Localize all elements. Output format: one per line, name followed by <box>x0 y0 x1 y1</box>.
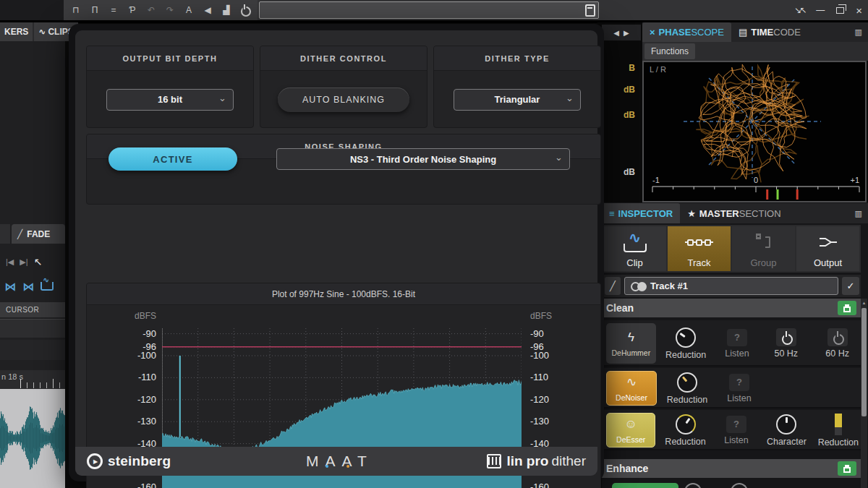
expand-section-icon[interactable] <box>838 461 856 476</box>
tab-timecode[interactable]: ▤ TIMECODE <box>731 22 808 42</box>
svg-text:+1: +1 <box>850 176 859 184</box>
nav-right-icon[interactable]: ▶ <box>624 29 629 37</box>
redo-icon[interactable]: ↷ <box>162 3 178 17</box>
denoiser-module-button[interactable]: ∿ DeNoiser <box>606 371 657 406</box>
meter-label: B <box>629 63 635 73</box>
inspector-scrollbar[interactable]: ▲ <box>861 299 867 488</box>
cursor-arrow-icon[interactable]: ↖ <box>34 256 43 267</box>
tab-phasescope[interactable]: × PHASESCOPE <box>642 22 731 42</box>
toolbar-file-field[interactable] <box>259 1 599 19</box>
back-arrow-icon[interactable]: ◀ <box>200 3 216 17</box>
audio-waveform-thumbnail[interactable] <box>0 389 65 488</box>
listen-ear-icon: ? <box>726 416 746 433</box>
target-clip-button[interactable]: ∿ Clip <box>603 226 666 271</box>
panel-options-icon[interactable]: ▥ <box>855 209 862 218</box>
maat-dot-blue <box>326 465 328 468</box>
target-track-button[interactable]: Track <box>668 226 731 271</box>
tab-fade[interactable]: ╱ FADE <box>12 224 65 244</box>
50hz-label: 50 Hz <box>774 348 798 359</box>
fade-out-marker-icon[interactable]: ⋈ <box>22 280 34 294</box>
enhance-label: Enhance <box>606 463 648 474</box>
deesser-character-knob[interactable]: Character <box>762 414 811 447</box>
dehummer-50hz-toggle[interactable]: 50 Hz <box>762 328 809 359</box>
left-tab-bar: KERS ∿ CLIPS <box>0 22 65 41</box>
dither-light: dither <box>551 453 586 469</box>
reduction-label: Reduction <box>665 437 705 447</box>
dehummer-reduction-knob[interactable]: Reduction <box>660 328 712 360</box>
panel-strip <box>0 340 65 360</box>
auto-blanking-button[interactable]: AUTO BLANKING <box>278 87 409 112</box>
restore-icon[interactable] <box>836 7 844 14</box>
timeline-ruler[interactable]: n 18 s <box>0 370 65 389</box>
phasescope-display[interactable]: -10+1 L / R <box>642 61 867 202</box>
shrink-window-icon[interactable]: ↘↖ <box>794 5 804 15</box>
clip-icon: ∿ <box>622 232 648 252</box>
fade-in-marker-icon[interactable]: ⋈ <box>4 280 16 294</box>
target-output-button[interactable]: Output <box>796 226 859 271</box>
confirm-check-icon[interactable]: ✓ <box>842 277 859 295</box>
tab-stub[interactable] <box>0 224 10 244</box>
panel-options-icon[interactable]: ▥ <box>855 27 862 37</box>
noise-wave-icon: ∿ <box>626 373 637 392</box>
next-marker-icon[interactable]: ▶| <box>20 257 27 267</box>
scrollbar-thumb[interactable] <box>861 308 867 416</box>
dock-bottom-icon[interactable]: Π <box>87 3 103 17</box>
cursor-section-header[interactable]: CURSOR <box>0 302 65 317</box>
document-icon[interactable] <box>585 4 595 17</box>
y-tick-label: -120 <box>87 394 156 405</box>
ruler-major-ticks <box>20 379 65 388</box>
y-tick-label: -110 <box>526 372 595 382</box>
section-header-enhance[interactable]: Enhance <box>602 459 861 478</box>
bit-depth-value: 16 bit <box>158 94 182 105</box>
edit-pencil-icon[interactable]: ╱ <box>605 277 621 295</box>
plugin-body: OUTPUT BIT DEPTH 16 bit ⌄ DITHER CONTROL… <box>75 30 597 475</box>
track-name-field[interactable]: Track #1 <box>624 277 838 295</box>
group-label: Group <box>750 257 776 268</box>
phasescope-label-bold: PHASE <box>659 27 692 38</box>
target-selector: ∿ Clip Track Group Output <box>602 225 861 273</box>
tab-markers-label: KERS <box>4 27 28 37</box>
clip-tray-icon[interactable]: ∿ <box>41 282 54 291</box>
bit-depth-select[interactable]: 16 bit ⌄ <box>106 89 234 111</box>
tab-markers[interactable]: KERS <box>0 22 33 41</box>
lin-pro-dither-plugin-window: OUTPUT BIT DEPTH 16 bit ⌄ DITHER CONTROL… <box>69 24 604 481</box>
deesser-reduction-knob[interactable]: Reduction <box>660 414 710 447</box>
tab-inspector[interactable]: ≡ INSPECTOR <box>602 203 680 223</box>
lin-pro-dither-logo: lin pro dither <box>487 453 586 469</box>
deesser-reduction-meter: Reduction <box>816 414 861 448</box>
denoiser-reduction-knob[interactable]: Reduction <box>661 372 713 405</box>
noise-shaping-mode-select[interactable]: NS3 - Third Order Noise Shaping ⌄ <box>276 148 570 170</box>
equals-icon[interactable]: = <box>106 3 122 17</box>
power-icon[interactable] <box>237 3 252 17</box>
scroll-up-icon[interactable]: ▲ <box>861 299 867 307</box>
meter-label: dB <box>624 110 635 120</box>
tab-master-section[interactable]: ★ MASTERSECTION <box>680 203 788 223</box>
text-tool-icon[interactable]: A <box>181 3 197 17</box>
section-header-clean[interactable]: Clean <box>602 299 861 317</box>
phasescope-icon: × <box>650 27 655 38</box>
svg-text:0: 0 <box>754 176 758 184</box>
expand-section-icon[interactable] <box>838 301 856 315</box>
previous-marker-icon[interactable]: |◀ <box>6 257 14 267</box>
enhance-module-button-partial[interactable] <box>612 483 678 488</box>
scope-nav-buttons[interactable]: ◀ ▶ <box>602 25 641 40</box>
functions-button[interactable]: Functions <box>644 43 695 59</box>
noise-shaping-active-toggle[interactable]: ACTIVE <box>109 147 237 171</box>
playback-options-icon[interactable]: Ƥ <box>124 3 140 17</box>
denoiser-listen-button[interactable]: ? Listen <box>718 374 761 403</box>
undo-icon[interactable]: ↶ <box>143 3 159 17</box>
dehummer-60hz-toggle[interactable]: 60 Hz <box>814 328 861 359</box>
deesser-module-button[interactable]: ☺ DeEsser <box>606 413 655 448</box>
dehummer-listen-button[interactable]: ? Listen <box>715 329 758 359</box>
minimize-icon[interactable]: — <box>816 5 825 15</box>
target-group-button[interactable]: Group <box>732 226 795 271</box>
level-bars-icon[interactable]: ▟ <box>218 3 234 17</box>
deesser-label: DeEsser <box>616 435 645 446</box>
close-icon[interactable]: × <box>856 4 862 17</box>
dehummer-module-button[interactable]: ϟ DeHummer <box>606 323 656 364</box>
deesser-listen-button[interactable]: ? Listen <box>715 416 758 445</box>
dock-top-icon[interactable]: ⊓ <box>68 3 84 17</box>
plot-title: Plot of 997Hz Sine - 100dBFS. 16-Bit <box>87 283 600 305</box>
dither-type-select[interactable]: Triangular ⌄ <box>454 89 581 111</box>
nav-left-icon[interactable]: ◀ <box>613 29 619 37</box>
